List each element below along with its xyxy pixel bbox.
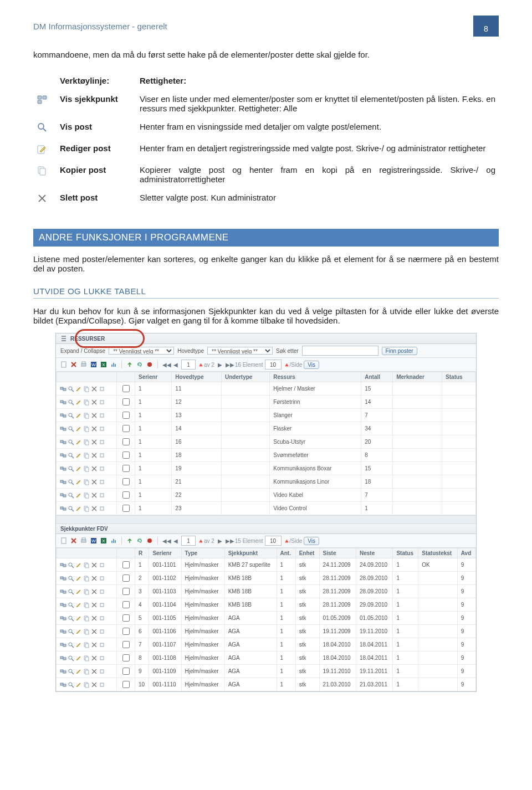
row-edit-icon[interactable] [75,655,82,661]
row-more-icon[interactable] [99,439,105,445]
row-delete-icon[interactable] [91,492,98,499]
row-checkbox[interactable] [122,614,130,622]
stop-icon[interactable] [146,537,153,544]
row-delete-icon[interactable] [91,681,98,688]
grid-col-header[interactable] [57,372,117,382]
row-checkbox[interactable] [122,478,130,485]
pager-next[interactable]: ▶ [216,362,224,368]
new-doc-icon[interactable] [60,537,67,544]
row-edit-icon[interactable] [75,575,82,582]
row-view-icon[interactable] [68,479,74,485]
row-more-icon[interactable] [99,386,105,392]
row-view-icon[interactable] [68,505,74,512]
row-more-icon[interactable] [99,681,105,688]
row-checkbox[interactable] [122,491,130,499]
row-delete-icon[interactable] [91,642,98,648]
row-more-icon[interactable] [99,655,105,661]
grid-col-header[interactable]: R [135,548,149,558]
row-more-icon[interactable] [99,465,105,472]
row-delete-icon[interactable] [91,399,98,406]
grid-col-header[interactable] [117,548,135,558]
row-link-icon[interactable] [60,602,66,608]
row-more-icon[interactable] [99,425,105,432]
row-copy-icon[interactable] [83,465,90,472]
grid-col-header[interactable]: Status [393,548,418,558]
row-link-icon[interactable] [60,439,66,445]
grid-col-header[interactable]: Serienr [149,548,181,558]
row-delete-icon[interactable] [91,562,98,568]
row-more-icon[interactable] [99,588,105,595]
row-checkbox[interactable] [122,681,130,688]
row-link-icon[interactable] [60,642,66,648]
grid-col-header[interactable]: Antall [361,372,393,382]
grid-col-header[interactable]: Ressurs [270,372,361,382]
row-view-icon[interactable] [68,681,74,688]
row-delete-icon[interactable] [91,588,98,595]
row-link-icon[interactable] [60,681,66,688]
chart-icon[interactable] [110,537,117,544]
row-view-icon[interactable] [68,412,74,419]
row-more-icon[interactable] [99,615,105,622]
pager-current[interactable] [181,360,196,370]
row-edit-icon[interactable] [75,628,82,635]
row-checkbox[interactable] [122,574,130,582]
row-view-icon[interactable] [68,575,74,582]
row-edit-icon[interactable] [75,588,82,595]
row-view-icon[interactable] [68,668,74,675]
export-icon[interactable] [126,361,133,368]
grid-col-header[interactable] [57,548,117,558]
grid-col-header[interactable]: Neste [356,548,393,558]
row-more-icon[interactable] [99,452,105,459]
row-checkbox[interactable] [122,452,130,459]
row-checkbox[interactable] [122,438,130,445]
refresh-icon[interactable] [136,537,143,544]
row-edit-icon[interactable] [75,492,82,499]
row-view-icon[interactable] [68,628,74,635]
row-view-icon[interactable] [68,588,74,595]
row-checkbox[interactable] [122,425,130,432]
row-delete-icon[interactable] [91,505,98,512]
row-edit-icon[interactable] [75,412,82,419]
expand-collapse-text[interactable]: Expand / Collapse [60,348,105,354]
row-more-icon[interactable] [99,492,105,499]
print-icon[interactable] [80,361,87,368]
row-delete-icon[interactable] [91,425,98,432]
grid-col-header[interactable]: Merknader [393,372,442,382]
row-copy-icon[interactable] [83,602,90,608]
refresh-icon[interactable] [136,361,143,368]
row-more-icon[interactable] [99,399,105,406]
pager-vis[interactable]: Vis [304,361,319,369]
row-edit-icon[interactable] [75,479,82,485]
export-icon[interactable] [126,537,133,544]
row-checkbox[interactable] [122,628,130,635]
row-edit-icon[interactable] [75,668,82,675]
pager-current[interactable] [181,536,196,546]
row-more-icon[interactable] [99,575,105,582]
delete-red-icon[interactable] [70,361,77,368]
row-delete-icon[interactable] [91,452,98,459]
row-delete-icon[interactable] [91,412,98,419]
row-link-icon[interactable] [60,505,66,512]
row-view-icon[interactable] [68,655,74,661]
row-checkbox[interactable] [122,505,130,512]
row-copy-icon[interactable] [83,399,90,406]
row-edit-icon[interactable] [75,505,82,512]
row-edit-icon[interactable] [75,615,82,622]
row-edit-icon[interactable] [75,562,82,568]
row-more-icon[interactable] [99,412,105,419]
grid-col-header[interactable]: Enhet [295,548,319,558]
pager-first[interactable]: ◀◀ [162,538,170,544]
row-copy-icon[interactable] [83,588,90,595]
row-link-icon[interactable] [60,479,66,485]
row-edit-icon[interactable] [75,465,82,472]
row-checkbox[interactable] [122,561,130,568]
row-checkbox[interactable] [122,398,130,406]
row-checkbox[interactable] [122,654,130,661]
row-link-icon[interactable] [60,562,66,568]
grid-col-header[interactable]: Type [181,548,224,558]
pager-last[interactable]: ▶▶ [226,538,233,544]
excel-icon[interactable]: X [100,361,107,368]
row-copy-icon[interactable] [83,452,90,459]
row-view-icon[interactable] [68,439,74,445]
row-view-icon[interactable] [68,452,74,459]
